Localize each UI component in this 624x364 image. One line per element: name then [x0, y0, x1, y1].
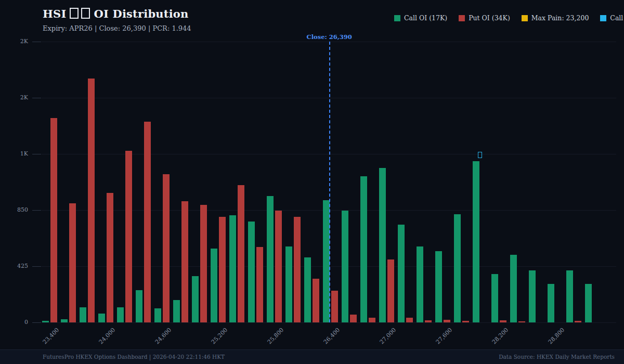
put-oi-bar[interactable]	[163, 174, 170, 322]
put-oi-bar[interactable]	[144, 122, 151, 322]
call-oi-bar[interactable]	[417, 246, 423, 322]
call-oi-bar[interactable]	[98, 314, 105, 322]
legend: Call OI (17K)Put OI (34K)Max Pain: 23,20…	[394, 14, 624, 22]
put-oi-bar[interactable]	[575, 321, 581, 322]
y-axis-tick	[32, 210, 41, 211]
put-oi-bar[interactable]	[518, 321, 525, 322]
put-oi-bar[interactable]	[238, 185, 244, 322]
missing-glyph-box	[70, 8, 79, 19]
call-oi-bar[interactable]	[42, 321, 49, 322]
y-tick-label: 425	[0, 263, 28, 269]
call-oi-bar[interactable]	[435, 251, 442, 322]
legend-swatch-icon	[522, 15, 528, 21]
call-oi-bar[interactable]	[566, 270, 573, 322]
title-suffix: OI Distribution	[94, 7, 188, 20]
call-oi-bar[interactable]	[398, 225, 405, 322]
call-oi-bar[interactable]	[285, 246, 292, 322]
title-prefix: HSI	[43, 7, 66, 20]
put-oi-bar[interactable]	[425, 320, 432, 322]
put-oi-bar[interactable]	[369, 318, 375, 322]
chart-subtitle: Expiry: APR26 | Close: 26,390 | PCR: 1.9…	[43, 24, 191, 32]
call-oi-bar[interactable]	[304, 257, 311, 322]
call-oi-bar[interactable]	[136, 290, 142, 322]
call-oi-bar[interactable]	[529, 270, 536, 322]
put-oi-bar[interactable]	[294, 217, 301, 322]
legend-item[interactable]: Call Wall: 28,000	[600, 14, 624, 22]
call-oi-bar[interactable]	[154, 308, 161, 322]
put-oi-bar[interactable]	[50, 118, 57, 322]
page-title: HSIOI Distribution	[43, 7, 189, 20]
put-oi-bar[interactable]	[219, 217, 226, 322]
call-oi-bar[interactable]	[510, 255, 517, 322]
y-axis-tick	[32, 98, 41, 98]
y-tick-label: 2K	[0, 94, 28, 101]
call-oi-bar[interactable]	[267, 196, 274, 322]
legend-label: Call OI (17K)	[404, 14, 447, 22]
put-oi-bar[interactable]	[256, 247, 263, 322]
legend-item[interactable]: Max Pain: 23,200	[522, 14, 589, 22]
put-oi-bar[interactable]	[313, 279, 319, 322]
grid-line	[42, 322, 616, 323]
y-tick-label: 2K	[0, 38, 28, 45]
legend-swatch-icon	[394, 15, 400, 21]
call-oi-bar[interactable]	[211, 249, 217, 322]
close-price-label: Close: 26,390	[307, 33, 352, 41]
call-oi-bar[interactable]	[80, 307, 86, 322]
put-oi-bar[interactable]	[125, 151, 132, 322]
legend-item[interactable]: Call OI (17K)	[394, 14, 447, 22]
dashboard-page: { "header": { "title_prefix": "HSI", "ti…	[0, 0, 624, 364]
put-oi-bar[interactable]	[500, 320, 506, 322]
call-oi-bar[interactable]	[360, 176, 367, 322]
call-oi-bar[interactable]	[229, 215, 236, 322]
put-oi-bar[interactable]	[200, 205, 207, 322]
call-oi-bar[interactable]	[548, 284, 554, 322]
put-oi-bar[interactable]	[107, 193, 113, 322]
y-axis-tick	[32, 266, 41, 267]
put-oi-bar[interactable]	[275, 211, 282, 322]
missing-glyph-box	[81, 8, 90, 19]
call-oi-bar[interactable]	[473, 161, 479, 322]
put-oi-bar[interactable]	[181, 201, 188, 322]
y-axis-tick	[32, 322, 41, 323]
put-oi-bar[interactable]	[406, 318, 413, 322]
footer-source-left: FuturesPro HKEX Options Dashboard | 2026…	[43, 354, 225, 360]
oi-distribution-chart: 04258501K2K2K23,40024,00024,60025,20025,…	[0, 0, 624, 364]
footer-source-right: Data Source: HKEX Daily Market Reports	[499, 354, 615, 360]
put-oi-bar[interactable]	[387, 259, 394, 322]
call-oi-bar[interactable]	[248, 222, 255, 322]
call-oi-bar[interactable]	[342, 211, 348, 322]
call-oi-bar[interactable]	[491, 274, 498, 322]
put-oi-bar[interactable]	[462, 321, 469, 322]
put-oi-bar[interactable]	[350, 315, 357, 322]
y-tick-label: 0	[0, 319, 28, 326]
legend-label: Max Pain: 23,200	[531, 14, 589, 22]
legend-item[interactable]: Put OI (34K)	[459, 14, 510, 22]
put-oi-bar[interactable]	[444, 320, 450, 322]
put-oi-bar[interactable]	[88, 79, 95, 322]
y-axis-tick	[32, 42, 41, 42]
legend-label: Call Wall: 28,000	[610, 14, 624, 22]
put-oi-bar[interactable]	[69, 203, 76, 322]
call-oi-bar[interactable]	[61, 319, 68, 322]
y-axis-tick	[32, 154, 41, 154]
put-oi-bar[interactable]	[331, 291, 338, 322]
legend-label: Put OI (34K)	[469, 14, 510, 22]
y-tick-label: 1K	[0, 150, 28, 157]
call-oi-bar[interactable]	[117, 307, 124, 322]
y-tick-label: 850	[0, 206, 28, 213]
call-oi-bar[interactable]	[379, 168, 386, 322]
call-oi-bar[interactable]	[173, 300, 180, 322]
call-oi-bar[interactable]	[323, 200, 330, 322]
call-oi-bar[interactable]	[192, 276, 199, 322]
legend-swatch-icon	[600, 15, 606, 21]
call-oi-bar[interactable]	[454, 214, 461, 322]
call-oi-bar[interactable]	[585, 284, 592, 322]
close-price-line	[329, 42, 330, 322]
legend-swatch-icon	[459, 15, 465, 21]
call-wall-marker-icon	[478, 152, 482, 158]
